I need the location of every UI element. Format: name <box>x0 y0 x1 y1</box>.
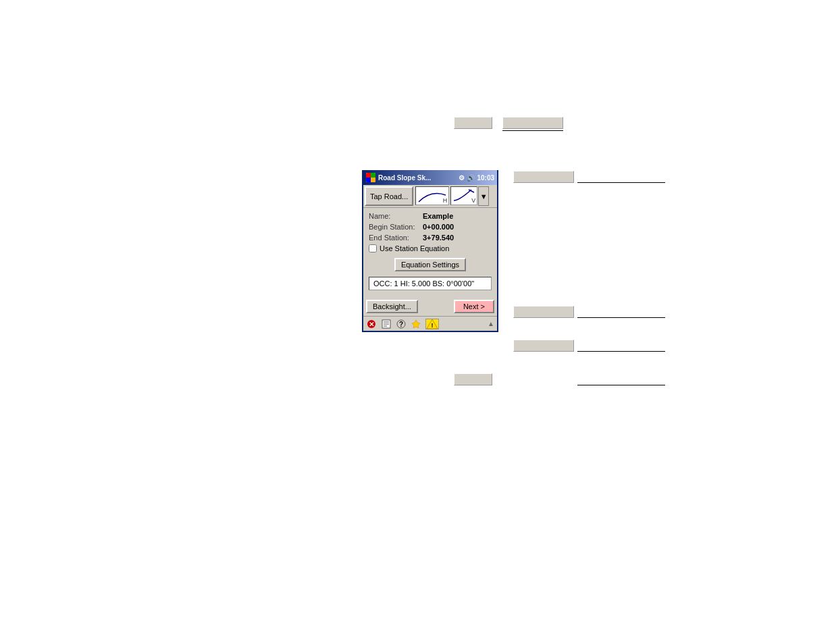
use-station-equation-row: Use Station Equation <box>369 244 492 252</box>
use-station-equation-label: Use Station Equation <box>380 244 449 252</box>
ghost-button-5[interactable] <box>513 340 574 352</box>
begin-station-value: 0+00.000 <box>423 223 454 231</box>
favorites-icon[interactable] <box>411 319 421 329</box>
vertical-view: V <box>450 186 477 205</box>
underline-2 <box>577 182 665 183</box>
end-station-value: 3+79.540 <box>423 234 454 242</box>
h-label: H <box>443 197 448 204</box>
windows-logo <box>366 173 375 182</box>
window-titlebar: Road Slope Sk... ⚙ 🔊 10:03 <box>363 170 497 185</box>
warning-icon[interactable]: ! <box>425 319 439 329</box>
svg-text:!: ! <box>432 322 434 329</box>
svg-text:✕: ✕ <box>369 321 374 328</box>
ghost-button-6[interactable] <box>454 373 492 385</box>
tap-road-button[interactable]: Tap Road... <box>365 186 413 206</box>
window-content: Name: Example Begin Station: 0+00.000 En… <box>363 208 497 297</box>
end-station-row: End Station: 3+79.540 <box>369 234 492 242</box>
title-icons: ⚙ 🔊 10:03 <box>459 174 494 182</box>
bottom-buttons-row: Backsight... Next > <box>363 297 497 316</box>
svg-text:?: ? <box>399 321 403 328</box>
underline-3 <box>577 317 665 318</box>
underline-5 <box>577 385 665 385</box>
next-button[interactable]: Next > <box>454 300 494 313</box>
begin-station-label: Begin Station: <box>369 223 423 231</box>
begin-station-row: Begin Station: 0+00.000 <box>369 223 492 231</box>
underline-1 <box>502 130 563 131</box>
ghost-button-1[interactable] <box>454 117 492 129</box>
v-label: V <box>471 197 475 204</box>
use-station-equation-checkbox[interactable] <box>369 244 377 252</box>
equation-settings-button[interactable]: Equation Settings <box>394 258 466 271</box>
backsight-button[interactable]: Backsight... <box>366 300 418 313</box>
name-label: Name: <box>369 212 423 220</box>
occ-info-display: OCC: 1 HI: 5.000 BS: 0°00'00" <box>369 277 492 290</box>
close-status-icon[interactable]: ✕ <box>366 319 377 329</box>
end-station-label: End Station: <box>369 234 423 242</box>
view-dropdown[interactable]: ▼ <box>478 186 489 206</box>
wifi-icon: ⚙ <box>459 174 465 182</box>
horizontal-view: H <box>415 186 449 205</box>
window-statusbar: ✕ ? ! ▲ <box>363 316 497 331</box>
dropdown-arrow-icon: ▼ <box>480 192 488 200</box>
window-title: Road Slope Sk... <box>378 174 456 182</box>
speaker-icon: 🔊 <box>467 174 475 182</box>
ghost-button-4[interactable] <box>513 306 574 318</box>
underline-4 <box>577 351 665 352</box>
ghost-button-2[interactable] <box>502 117 563 129</box>
window-toolbar: Tap Road... H V ▼ <box>363 185 497 208</box>
notes-icon[interactable] <box>381 319 392 329</box>
ghost-button-3[interactable] <box>513 171 574 183</box>
svg-marker-8 <box>412 320 420 328</box>
road-slope-window: Road Slope Sk... ⚙ 🔊 10:03 Tap Road... H… <box>362 170 498 332</box>
resize-handle[interactable]: ▲ <box>488 320 494 327</box>
name-value: Example <box>423 212 453 220</box>
name-row: Name: Example <box>369 212 492 220</box>
time-display: 10:03 <box>477 174 494 182</box>
help-icon[interactable]: ? <box>396 319 407 329</box>
